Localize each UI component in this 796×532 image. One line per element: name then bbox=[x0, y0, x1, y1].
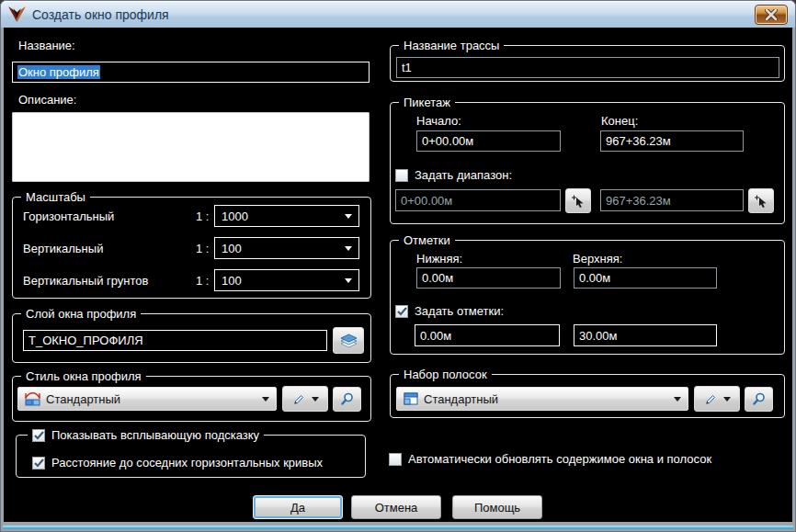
horizontal-scale-label: Горизонтальный bbox=[23, 209, 114, 223]
description-label: Описание: bbox=[18, 93, 76, 107]
chevron-down-icon bbox=[674, 397, 681, 402]
name-input-selected-text: Окно профиля bbox=[17, 65, 100, 79]
station-end-input: 967+36.23м bbox=[600, 130, 744, 152]
pick-cursor-icon bbox=[754, 194, 768, 209]
vertical-scale-select[interactable]: 100 bbox=[214, 237, 359, 259]
set-elevations-checkbox[interactable]: Задать отметки: bbox=[395, 304, 504, 318]
preview-band-set-button[interactable] bbox=[745, 387, 773, 412]
checkmark-icon bbox=[34, 431, 44, 440]
profile-view-style-value: Стандартный bbox=[46, 392, 120, 406]
elevation-min-input: 0.00м bbox=[416, 267, 561, 289]
show-tooltip-checkbox[interactable]: Показывать всплывающую подсказку bbox=[28, 428, 264, 442]
band-set-group: Набор полосок Стандартный bbox=[390, 374, 785, 418]
set-elevation-max-value: 30.00м bbox=[579, 329, 617, 343]
set-range-checkbox[interactable]: Задать диапазон: bbox=[395, 168, 512, 182]
pick-range-end-button[interactable] bbox=[748, 188, 774, 213]
pick-range-start-button[interactable] bbox=[565, 188, 591, 213]
preview-style-button[interactable] bbox=[333, 387, 361, 412]
name-input[interactable]: Окно профиля bbox=[12, 62, 370, 83]
create-profile-view-dialog: Создать окно профиля Название: Окно проф… bbox=[0, 0, 796, 532]
auto-update-label: Автоматически обновлять содержимое окна … bbox=[408, 452, 711, 466]
pick-cursor-icon bbox=[571, 194, 586, 209]
layer-picker-button[interactable] bbox=[333, 327, 364, 354]
stationing-group: Пикетаж Начало: Конец: 0+00.00м 967+36.2… bbox=[390, 102, 785, 224]
checkbox-box[interactable] bbox=[389, 453, 402, 466]
station-end-label: Конец: bbox=[601, 114, 638, 128]
elevation-min-label: Нижняя: bbox=[416, 252, 462, 266]
alignment-name-value: t1 bbox=[402, 61, 412, 74]
band-set-group-title: Набор полосок bbox=[399, 367, 492, 382]
magnifier-icon bbox=[752, 392, 766, 406]
set-range-label: Задать диапазон: bbox=[415, 168, 512, 182]
checkmark-icon bbox=[397, 307, 407, 316]
range-start-input: 0+00.00м bbox=[395, 189, 561, 211]
elevation-min-value: 0.00м bbox=[422, 271, 453, 285]
band-set-value: Стандартный bbox=[424, 392, 498, 406]
chevron-down-icon bbox=[345, 278, 352, 283]
band-set-select[interactable]: Стандартный bbox=[396, 387, 688, 411]
range-end-value: 967+36.23м bbox=[606, 194, 671, 208]
range-start-value: 0+00.00м bbox=[401, 194, 452, 208]
cancel-button[interactable]: Отмена bbox=[351, 495, 441, 519]
style-group-title: Стиль окна профиля bbox=[21, 368, 146, 384]
ratio-prefix: 1 : bbox=[196, 242, 209, 255]
set-elevation-max-input[interactable]: 30.00м bbox=[574, 324, 717, 346]
checkbox-box[interactable] bbox=[395, 305, 408, 318]
elevations-group-title: Отметки bbox=[399, 232, 455, 248]
station-start-value: 0+00.00м bbox=[422, 134, 473, 148]
chevron-down-icon bbox=[312, 397, 319, 402]
tooltip-options-group: Показывать всплывающую подсказку Расстоя… bbox=[16, 435, 366, 478]
name-label: Название: bbox=[18, 39, 75, 52]
bottom-accent-line bbox=[3, 526, 793, 529]
vertical-scale-label: Вертикальный bbox=[23, 242, 103, 255]
elevation-max-value: 0.00м bbox=[579, 271, 610, 285]
horizontal-scale-value: 1000 bbox=[222, 209, 248, 223]
titlebar[interactable]: Создать окно профиля bbox=[1, 1, 795, 28]
edit-pencil-icon bbox=[291, 392, 305, 406]
close-icon bbox=[765, 9, 778, 20]
dialog-title: Создать окно профиля bbox=[32, 7, 169, 22]
edit-band-set-split-button[interactable] bbox=[694, 386, 740, 412]
alignment-name-input: t1 bbox=[396, 57, 779, 78]
soil-vertical-scale-label: Вертикальный грунтов bbox=[23, 274, 148, 288]
set-elevation-min-value: 0.00м bbox=[420, 329, 451, 343]
show-tooltip-label: Показывать всплывающую подсказку bbox=[51, 428, 259, 442]
edit-style-split-button[interactable] bbox=[282, 386, 328, 412]
layer-input[interactable]: Т_ОКНО_ПРОФИЛЯ bbox=[23, 330, 327, 351]
distance-to-curves-checkbox[interactable]: Расстояние до соседних горизонтальных кр… bbox=[32, 456, 323, 470]
chevron-down-icon bbox=[345, 246, 352, 251]
elevation-max-input: 0.00м bbox=[574, 267, 717, 289]
chevron-down-icon bbox=[723, 397, 731, 402]
station-end-value: 967+36.23м bbox=[606, 134, 671, 148]
ok-button[interactable]: Да bbox=[253, 495, 343, 519]
ratio-prefix: 1 : bbox=[196, 274, 209, 288]
edit-pencil-icon bbox=[703, 392, 717, 406]
checkbox-box[interactable] bbox=[32, 429, 45, 442]
checkmark-icon bbox=[34, 458, 44, 468]
elevation-max-label: Верхняя: bbox=[573, 252, 622, 266]
alignment-group: Название трассы t1 bbox=[390, 45, 785, 82]
band-set-icon bbox=[404, 392, 418, 405]
soil-vertical-scale-select[interactable]: 100 bbox=[214, 269, 359, 291]
close-button[interactable] bbox=[755, 5, 788, 25]
horizontal-scale-select[interactable]: 1000 bbox=[214, 205, 359, 227]
auto-update-checkbox[interactable]: Автоматически обновлять содержимое окна … bbox=[389, 452, 711, 466]
set-elevations-label: Задать отметки: bbox=[415, 304, 504, 318]
station-start-label: Начало: bbox=[416, 114, 461, 128]
help-button[interactable]: Помощь bbox=[452, 495, 542, 519]
checkbox-box[interactable] bbox=[395, 169, 408, 182]
alignment-group-title: Название трассы bbox=[399, 38, 504, 53]
vertical-scale-value: 100 bbox=[222, 242, 242, 255]
layer-group-title: Слой окна профиля bbox=[21, 306, 141, 322]
profile-view-style-select[interactable]: Стандартный bbox=[17, 387, 277, 411]
station-start-input: 0+00.00м bbox=[416, 130, 561, 152]
description-textarea[interactable] bbox=[12, 112, 370, 182]
checkbox-box[interactable] bbox=[32, 457, 45, 470]
profile-view-style-icon bbox=[25, 392, 40, 406]
distance-to-curves-label: Расстояние до соседних горизонтальных кр… bbox=[51, 456, 323, 470]
stationing-group-title: Пикетаж bbox=[399, 95, 455, 110]
scales-group-title: Масштабы bbox=[21, 189, 90, 205]
style-group: Стиль окна профиля Стандартный bbox=[12, 376, 371, 422]
scales-group: Масштабы Горизонтальный 1 : 1000 Вертика… bbox=[12, 197, 371, 299]
set-elevation-min-input[interactable]: 0.00м bbox=[415, 324, 560, 346]
